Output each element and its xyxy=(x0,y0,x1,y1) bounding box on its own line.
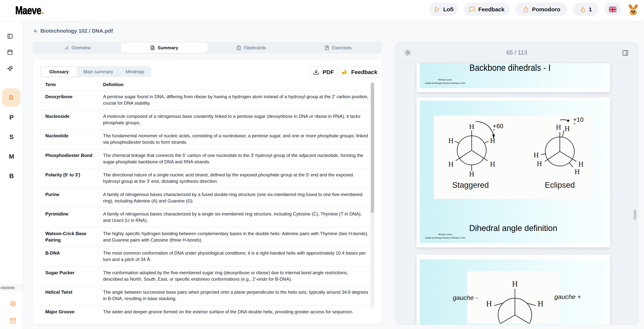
svg-text:gauche -: gauche - xyxy=(453,294,478,301)
svg-text:gauche +: gauche + xyxy=(554,293,581,300)
svg-text:H: H xyxy=(490,160,495,168)
svg-text:H: H xyxy=(538,299,544,308)
svg-text:H: H xyxy=(469,123,474,131)
svg-text:Eclipsed: Eclipsed xyxy=(545,181,575,189)
svg-text:H: H xyxy=(490,137,495,144)
svg-text:H: H xyxy=(556,123,561,131)
svg-text:H: H xyxy=(537,160,542,168)
svg-text:H: H xyxy=(469,170,474,178)
svg-text:H: H xyxy=(564,124,570,132)
svg-text:H: H xyxy=(448,160,453,168)
svg-text:°: ° xyxy=(493,128,495,134)
svg-text:H: H xyxy=(534,151,539,159)
svg-text:H: H xyxy=(448,137,453,144)
svg-text:H: H xyxy=(486,299,492,308)
svg-text:°: ° xyxy=(574,122,576,128)
svg-text:H: H xyxy=(574,168,580,176)
svg-text:H: H xyxy=(578,160,584,168)
svg-text:Staggered: Staggered xyxy=(452,181,489,189)
svg-text:H: H xyxy=(512,279,518,288)
